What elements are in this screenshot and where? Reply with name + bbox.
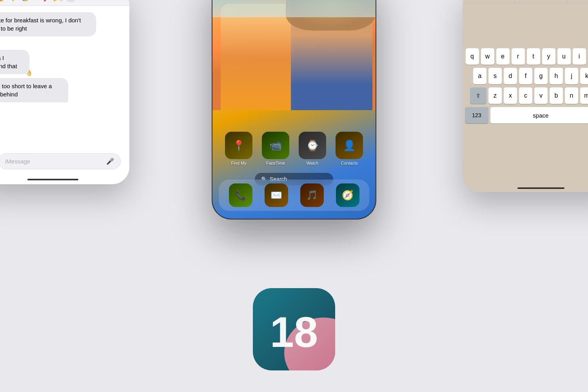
key-row-3: ⇧ z x c v b n m ⌫ — [465, 87, 588, 104]
message-text: Life's too short to leave a slice behind — [0, 83, 52, 98]
imessage-input[interactable]: iMessage 🎤 — [0, 153, 121, 169]
key-r[interactable]: r — [512, 48, 525, 65]
findmy-icon: 📍 — [225, 132, 252, 159]
emoji-add-button[interactable]: + — [65, 0, 76, 2]
keyboard-home-indicator — [517, 187, 564, 189]
numbers-key[interactable]: 123 — [465, 107, 488, 123]
key-f[interactable]: f — [519, 68, 532, 84]
key-k[interactable]: k — [580, 68, 588, 84]
mail-icon: ✉️ — [265, 183, 288, 207]
phone-icon: 📞 — [229, 183, 252, 207]
keyboard-rows: q w e r t y u i o p a s d f g h j k — [463, 3, 588, 169]
key-e[interactable]: e — [496, 48, 510, 65]
message-text: Haha I second that — [0, 54, 17, 69]
key-d[interactable]: d — [504, 68, 517, 84]
contacts-icon: 👤 — [336, 132, 363, 159]
autocomplete-bar: driver drivers driver's — [463, 0, 588, 3]
imessage-placeholder: iMessage — [5, 158, 30, 165]
key-j[interactable]: j — [565, 68, 578, 84]
center-phone: 📍 Find My 📹 FaceTime ⌚ Watch — [212, 0, 376, 220]
key-row-4: 123 space done — [465, 107, 588, 123]
child-figure — [221, 4, 294, 110]
safari-icon: 🧭 — [336, 183, 359, 207]
key-z[interactable]: z — [488, 87, 502, 104]
key-q[interactable]: q — [466, 48, 479, 65]
findmy-label: Find My — [231, 161, 246, 165]
key-t[interactable]: t — [527, 48, 540, 65]
music-icon: 🎵 — [300, 183, 324, 207]
microphone-icon[interactable]: 🎤 — [106, 158, 114, 165]
watch-label: Watch — [307, 161, 319, 165]
key-w[interactable]: w — [481, 48, 494, 65]
app-facetime[interactable]: 📹 FaceTime — [262, 132, 289, 165]
app-watch[interactable]: ⌚ Watch — [299, 132, 326, 165]
keyboard-screen: driver drivers driver's q w e r t y u i … — [463, 0, 588, 192]
dock: 📞 ✉️ 🎵 🧭 — [219, 180, 369, 211]
contacts-label: Contacts — [341, 161, 358, 165]
key-m[interactable]: m — [580, 87, 588, 104]
emoji-exclamation[interactable]: ‼️ — [33, 0, 37, 2]
autocomplete-3[interactable]: driver's — [567, 0, 588, 3]
message-bubble-me-1: Haha I second that 👌 — [0, 50, 29, 74]
emoji-thumbsup[interactable]: 👍 — [0, 0, 5, 2]
emoji-laugh[interactable]: 🤣 — [20, 0, 31, 2]
sky — [212, 0, 376, 17]
sender-label: Will Xu — [0, 40, 125, 45]
key-g[interactable]: g — [534, 68, 548, 84]
dock-music[interactable]: 🎵 — [300, 183, 324, 207]
ios18-logo: 18 — [251, 286, 337, 372]
key-v[interactable]: v — [534, 87, 548, 104]
messages-body: If cake for breakfast is wrong, I don't … — [0, 6, 129, 150]
emoji-reaction-bar: ❤️ 👍 👎 🤣 ‼️ ❓ 🎉 + — [0, 0, 129, 6]
message-row-1: Haha I second that 👌 — [0, 50, 42, 74]
right-phone: driver drivers driver's q w e r t y u i … — [463, 0, 588, 192]
emoji-party[interactable]: 🎉 — [53, 0, 63, 2]
app-row-1: 📍 Find My 📹 FaceTime ⌚ Watch — [220, 132, 368, 165]
reaction-badge: 👌 — [26, 69, 33, 77]
watch-icon: ⌚ — [299, 132, 326, 159]
key-x[interactable]: x — [504, 87, 517, 104]
app-contacts[interactable]: 👤 Contacts — [336, 132, 363, 165]
space-key[interactable]: space — [490, 107, 588, 123]
message-bubble-other: If cake for breakfast is wrong, I don't … — [0, 12, 96, 36]
app-grid: 📍 Find My 📹 FaceTime ⌚ Watch — [212, 132, 376, 172]
dock-mail[interactable]: ✉️ — [265, 183, 288, 207]
emoji-thumbsdown[interactable]: 👎 — [7, 0, 18, 2]
message-text: If cake for breakfast is wrong, I don't … — [0, 17, 81, 32]
key-y[interactable]: y — [542, 48, 555, 65]
autocomplete-1[interactable]: driver — [463, 0, 515, 3]
facetime-icon: 📹 — [262, 132, 289, 159]
key-row-2: a s d f g h j k l — [465, 68, 588, 84]
svg-text:18: 18 — [270, 308, 318, 356]
message-bubble-me-2: Life's too short to leave a slice behind — [0, 78, 68, 102]
photo-overlay — [212, 0, 376, 110]
shift-key[interactable]: ⇧ — [470, 87, 486, 104]
emoji-question[interactable]: ❓ — [40, 0, 50, 2]
key-i[interactable]: i — [573, 48, 586, 65]
key-c[interactable]: c — [519, 87, 532, 104]
key-n[interactable]: n — [565, 87, 578, 104]
photo-people — [212, 0, 376, 110]
key-h[interactable]: h — [550, 68, 563, 84]
dock-phone[interactable]: 📞 — [229, 183, 252, 207]
key-u[interactable]: u — [557, 48, 571, 65]
keyboard-bottom-row: 🎤 — [463, 169, 588, 185]
autocomplete-2[interactable]: drivers — [515, 0, 568, 3]
message-row-2: Life's too short to leave a slice behind — [0, 78, 90, 102]
key-a[interactable]: a — [473, 68, 486, 84]
key-s[interactable]: s — [488, 68, 502, 84]
home-screen: 📍 Find My 📹 FaceTime ⌚ Watch — [212, 0, 376, 219]
left-phone: ❤️ 👍 👎 🤣 ‼️ ❓ 🎉 + If cake for breakfast … — [0, 0, 129, 184]
app-findmy[interactable]: 📍 Find My — [225, 132, 252, 165]
facetime-label: FaceTime — [266, 161, 285, 165]
key-b[interactable]: b — [550, 87, 563, 104]
home-indicator — [27, 179, 78, 180]
key-row-1: q w e r t y u i o p — [465, 48, 588, 65]
dock-safari[interactable]: 🧭 — [336, 183, 359, 207]
messages-screen: ❤️ 👍 👎 🤣 ‼️ ❓ 🎉 + If cake for breakfast … — [0, 0, 129, 184]
